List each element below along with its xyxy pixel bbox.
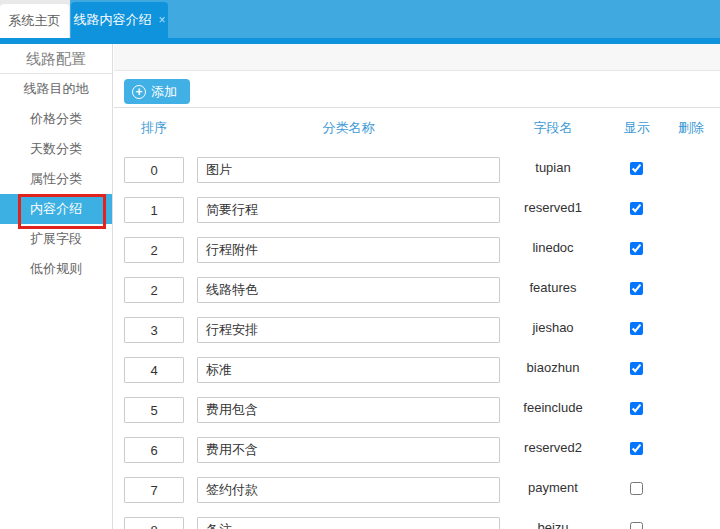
sort-order-input[interactable]: [124, 317, 184, 343]
category-name-input[interactable]: [197, 157, 500, 183]
column-header-field-name: 字段名: [493, 108, 613, 148]
show-checkbox[interactable]: [630, 482, 643, 495]
table-row: jieshao: [113, 308, 720, 348]
sort-order-input[interactable]: [124, 397, 184, 423]
sidebar-item-内容介绍[interactable]: 内容介绍: [0, 194, 112, 224]
sidebar-title: 线路配置: [0, 44, 112, 74]
field-name-text: biaozhun: [493, 348, 613, 388]
add-button-label: 添加: [151, 83, 177, 101]
tab-system-home-label: 系统主页: [9, 12, 61, 30]
table-header-row: 排序 分类名称 字段名 显示 删除: [113, 108, 720, 148]
category-name-input[interactable]: [197, 397, 500, 423]
show-checkbox[interactable]: [630, 202, 643, 215]
column-header-delete: 删除: [661, 108, 720, 148]
field-name-text: beizu: [493, 508, 613, 529]
category-name-input[interactable]: [197, 517, 500, 529]
show-checkbox[interactable]: [630, 442, 643, 455]
tab-close-icon[interactable]: ×: [158, 14, 165, 26]
show-checkbox[interactable]: [630, 362, 643, 375]
table-row: reserved2: [113, 428, 720, 468]
show-checkbox[interactable]: [630, 322, 643, 335]
show-checkbox[interactable]: [630, 162, 643, 175]
category-name-input[interactable]: [197, 197, 500, 223]
tab-bar: 系统主页 线路内容介绍 ×: [0, 0, 720, 38]
sidebar-item-低价规则[interactable]: 低价规则: [0, 254, 112, 284]
column-header-name: 分类名称: [197, 108, 500, 148]
category-name-input[interactable]: [197, 277, 500, 303]
table-row: reserved1: [113, 188, 720, 228]
table-row: feeinclude: [113, 388, 720, 428]
column-header-order: 排序: [124, 108, 184, 148]
show-checkbox[interactable]: [630, 402, 643, 415]
sort-order-input[interactable]: [124, 517, 184, 529]
table-row: tupian: [113, 148, 720, 188]
sidebar-menu: 线路目的地价格分类天数分类属性分类内容介绍扩展字段低价规则: [0, 74, 112, 284]
table-row: payment: [113, 468, 720, 508]
category-name-input[interactable]: [197, 477, 500, 503]
sidebar-item-扩展字段[interactable]: 扩展字段: [0, 224, 112, 254]
add-button[interactable]: + 添加: [124, 79, 190, 104]
sort-order-input[interactable]: [124, 477, 184, 503]
show-checkbox[interactable]: [630, 522, 643, 529]
show-checkbox[interactable]: [630, 242, 643, 255]
sidebar-item-属性分类[interactable]: 属性分类: [0, 164, 112, 194]
table-body: tupianreserved1linedocfeaturesjieshaobia…: [113, 148, 720, 529]
show-checkbox[interactable]: [630, 282, 643, 295]
category-name-input[interactable]: [197, 357, 500, 383]
category-name-input[interactable]: [197, 437, 500, 463]
field-name-text: feeinclude: [493, 388, 613, 428]
sort-order-input[interactable]: [124, 197, 184, 223]
sort-order-input[interactable]: [124, 437, 184, 463]
tab-system-home[interactable]: 系统主页: [0, 4, 69, 38]
column-header-show: 显示: [610, 108, 664, 148]
table-row: linedoc: [113, 228, 720, 268]
tab-line-content-intro-label: 线路内容介绍: [73, 11, 151, 29]
field-name-text: linedoc: [493, 228, 613, 268]
app-window: 系统主页 线路内容介绍 × 线路配置 线路目的地价格分类天数分类属性分类内容介绍…: [0, 0, 720, 529]
tab-line-content-intro[interactable]: 线路内容介绍 ×: [71, 2, 168, 38]
category-table: 排序 分类名称 字段名 显示 删除 tupianreserved1linedoc…: [113, 108, 720, 529]
field-name-text: payment: [493, 468, 613, 508]
sort-order-input[interactable]: [124, 237, 184, 263]
field-name-text: reserved1: [493, 188, 613, 228]
table-row: features: [113, 268, 720, 308]
field-name-text: tupian: [493, 148, 613, 188]
category-name-input[interactable]: [197, 237, 500, 263]
sidebar: 线路配置 线路目的地价格分类天数分类属性分类内容介绍扩展字段低价规则: [0, 44, 113, 529]
category-name-input[interactable]: [197, 317, 500, 343]
field-name-text: features: [493, 268, 613, 308]
table-row: biaozhun: [113, 348, 720, 388]
field-name-text: reserved2: [493, 428, 613, 468]
toolbar: + 添加: [114, 72, 720, 108]
sort-order-input[interactable]: [124, 157, 184, 183]
table-row: beizu: [113, 508, 720, 529]
sidebar-item-价格分类[interactable]: 价格分类: [0, 104, 112, 134]
plus-circle-icon: +: [132, 85, 146, 99]
field-name-text: jieshao: [493, 308, 613, 348]
content-top-band: [114, 44, 720, 71]
sidebar-item-线路目的地[interactable]: 线路目的地: [0, 74, 112, 104]
sidebar-item-天数分类[interactable]: 天数分类: [0, 134, 112, 164]
sort-order-input[interactable]: [124, 357, 184, 383]
sort-order-input[interactable]: [124, 277, 184, 303]
